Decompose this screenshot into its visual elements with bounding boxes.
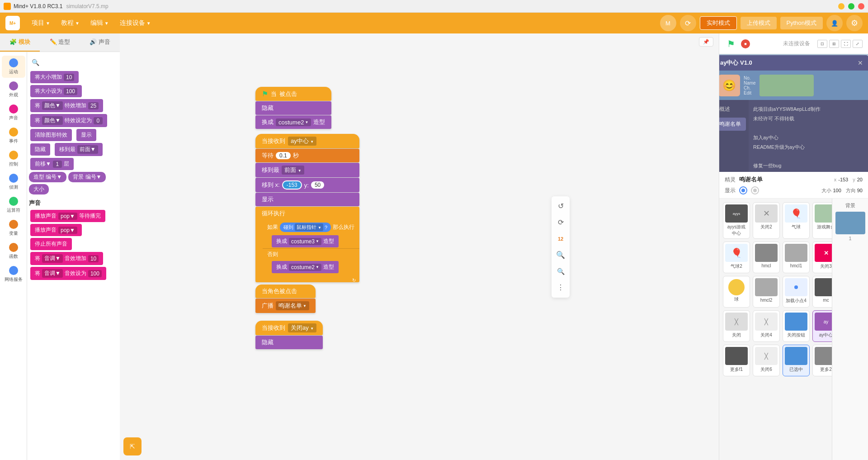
sprite-item-balloon2[interactable]: 🎈 气球2 (723, 242, 750, 273)
sprite-item-close-btn[interactable]: 关闭按钮 (783, 310, 810, 342)
refresh-button[interactable]: ⟳ (553, 215, 568, 230)
sprite-item-selected[interactable]: 已选中 (783, 345, 810, 376)
block-if[interactable]: 如果 碰到 鼠标指针 ▼ ? 那么执行 换成 costume3 ▼ 造型 (263, 220, 359, 278)
hat-block-receive-2[interactable]: 当接收到 关闭ay ▼ (255, 321, 323, 335)
close-button[interactable] (858, 3, 864, 9)
menu-connect[interactable]: 连接设备 ▼ (115, 17, 156, 29)
sprite-item-hmcl2[interactable]: hmcl2 (753, 276, 780, 308)
visibility-on-button[interactable] (739, 186, 747, 194)
background-thumbnail[interactable] (835, 212, 865, 234)
sprite-item-ball[interactable]: 球 (723, 276, 750, 308)
sprite-item-close3[interactable]: ✕ 关闭3 (812, 242, 832, 273)
minimize-button[interactable] (838, 3, 844, 9)
tab-costume[interactable]: ✏️ 造型 (40, 33, 80, 52)
sprite-item-hmcl[interactable]: hmcl (753, 242, 780, 273)
sidebar-item-event[interactable]: 事件 (2, 125, 25, 147)
block-hide[interactable]: 隐藏 (30, 143, 50, 156)
costume2-dropdown-2[interactable]: costume2 ▼ (289, 264, 321, 271)
costume3-dropdown[interactable]: costume3 ▼ (289, 238, 321, 245)
block-stop-sounds[interactable]: 停止所有声音 (30, 238, 72, 250)
x-value[interactable]: -153 (282, 180, 302, 190)
block-hide-1[interactable]: 隐藏 (255, 101, 331, 115)
sidebar-item-motion[interactable]: 运动 (2, 56, 25, 78)
broadcast-dropdown[interactable]: 鸣谢名单 ▼ (276, 301, 309, 310)
menu-edit[interactable]: 编辑 ▼ (86, 17, 113, 29)
code-area[interactable]: 📌 ⚑ 当 被点击 隐藏 换成 costume2 ▼ 造型 (120, 33, 719, 460)
hat-block-receive-1[interactable]: 当接收到 ay中心 ▼ (255, 134, 359, 148)
search-button[interactable]: 🔍 (29, 56, 42, 69)
user-avatar[interactable]: M (660, 15, 676, 31)
expand-button[interactable]: ⇱ (123, 437, 142, 455)
settings-button[interactable]: ⚙ (846, 15, 863, 31)
block-move-xy[interactable]: 移到 x: -153 y: 50 (255, 178, 359, 192)
block-show-2[interactable]: 显示 (255, 193, 359, 206)
block-color-effect-set[interactable]: 将 颜色▼ 特效设定为 0 (30, 114, 107, 127)
sidebar-item-looks[interactable]: 外观 (2, 79, 25, 101)
realtime-mode-button[interactable]: 实时模式 (700, 16, 737, 30)
sprite-item-close2[interactable]: ✕ 关闭2 (753, 202, 780, 239)
tab-blocks[interactable]: 🧩 模块 (0, 33, 40, 52)
menu-project[interactable]: 项目 ▼ (27, 17, 55, 29)
flag-run-button[interactable]: ⚑ (725, 38, 737, 50)
sidebar-item-operator[interactable]: 运算符 (2, 194, 25, 216)
front-dropdown[interactable]: 前面 ▼ (282, 166, 304, 175)
view-full-button[interactable]: ⛶ (841, 40, 851, 48)
zoom-in-button[interactable]: 🔍 (553, 248, 568, 262)
block-size[interactable]: 大小 (29, 184, 49, 194)
sprite-item-close4[interactable]: ╳ 关闭4 (753, 310, 780, 342)
block-clear-effects[interactable]: 清除图形特效 (30, 129, 72, 141)
block-play-sound-wait[interactable]: 播放声音 pop▼ 等待播完 (30, 210, 105, 222)
sidebar-item-function[interactable]: 函数 (2, 240, 25, 262)
costume2-dropdown[interactable]: costume2 ▼ (276, 119, 311, 126)
block-bg-number[interactable]: 背景 编号▼ (68, 172, 106, 182)
sprite-item-load4[interactable]: 加载小点4 (783, 276, 810, 308)
hat-block-sprite-click[interactable]: 当角色被点击 (255, 285, 316, 298)
ay-sidebar-overview[interactable]: 概述 (719, 103, 746, 116)
sidebar-item-control[interactable]: 控制 (2, 148, 25, 170)
sidebar-item-network[interactable]: 网络服务 (2, 263, 25, 285)
block-switch-costume-else[interactable]: 换成 costume2 ▼ 造型 (272, 261, 339, 273)
view-normal-button[interactable]: ⊡ (817, 40, 827, 48)
block-play-sound[interactable]: 播放声音 pop▼ (30, 224, 82, 236)
sprite-item-more-f1[interactable]: 更多f1 (723, 345, 750, 376)
sprite-item-balloon[interactable]: 🎈 气球 (783, 202, 810, 239)
block-hide-4[interactable]: 隐藏 (255, 336, 323, 349)
y-value[interactable]: 50 (311, 181, 324, 189)
block-goto-front[interactable]: 移到最 前面▼ (55, 143, 103, 156)
python-mode-button[interactable]: Python模式 (780, 17, 823, 29)
stop-button[interactable]: ■ (741, 39, 750, 48)
visibility-off-button[interactable] (751, 186, 759, 194)
hat-block-flag[interactable]: ⚑ 当 被点击 (255, 87, 331, 101)
sprite-item-ay-center[interactable]: ay ay中心 (812, 310, 832, 342)
block-show[interactable]: 显示 (76, 129, 96, 141)
condition-block[interactable]: 碰到 鼠标指针 ▼ ? (280, 223, 331, 232)
zoom-out-button[interactable]: 🔍 (553, 264, 568, 279)
upload-mode-button[interactable]: 上传模式 (741, 17, 777, 29)
block-goto-front-2[interactable]: 移到最 前面 ▼ (255, 163, 359, 177)
user-profile-button[interactable]: 👤 (826, 15, 843, 31)
rotate-button[interactable]: ↺ (553, 199, 568, 213)
sprite-item-game-stage[interactable]: 游戏舞台 (812, 202, 832, 239)
view-split-button[interactable]: ⊞ (829, 40, 839, 48)
ay-popup-close-button[interactable]: ✕ (858, 59, 863, 66)
wait-value[interactable]: 0.1 (276, 152, 291, 159)
message-dropdown-2[interactable]: 关闭ay ▼ (288, 323, 316, 332)
block-sound-pitch-set[interactable]: 将 音调▼ 音效设为 100 (30, 267, 106, 280)
block-size-increase[interactable]: 将大小增加 10 (30, 71, 79, 83)
block-broadcast[interactable]: 广播 鸣谢名单 ▼ (255, 299, 316, 313)
block-move-layer[interactable]: 前移▼ 1 层 (30, 158, 74, 170)
more-options-button[interactable]: ⋮ (553, 280, 568, 295)
block-sound-pitch-increase[interactable]: 将 音调▼ 音效增加 10 (30, 252, 103, 265)
sprite-item-mc[interactable]: mc (812, 276, 832, 308)
ay-sidebar-credits[interactable]: 鸣谢名单 (719, 118, 746, 131)
block-switch-costume-if[interactable]: 换成 costume3 ▼ 造型 (272, 235, 339, 247)
sprite-item-ayys[interactable]: ayys ayys游戏中心 (723, 202, 750, 239)
sidebar-item-sense[interactable]: 侦测 (2, 171, 25, 193)
sidebar-item-variable[interactable]: 变量 (2, 217, 25, 239)
connect-icon[interactable]: ⟳ (680, 15, 696, 31)
sprite-item-more2[interactable]: 更多2 (812, 345, 832, 376)
block-costume-number[interactable]: 造型 编号▼ (29, 172, 66, 182)
sidebar-item-sound[interactable]: 声音 (2, 102, 25, 124)
sprite-item-hmcl1[interactable]: hmcl1 (783, 242, 810, 273)
menu-tutorial[interactable]: 教程 ▼ (57, 17, 84, 29)
